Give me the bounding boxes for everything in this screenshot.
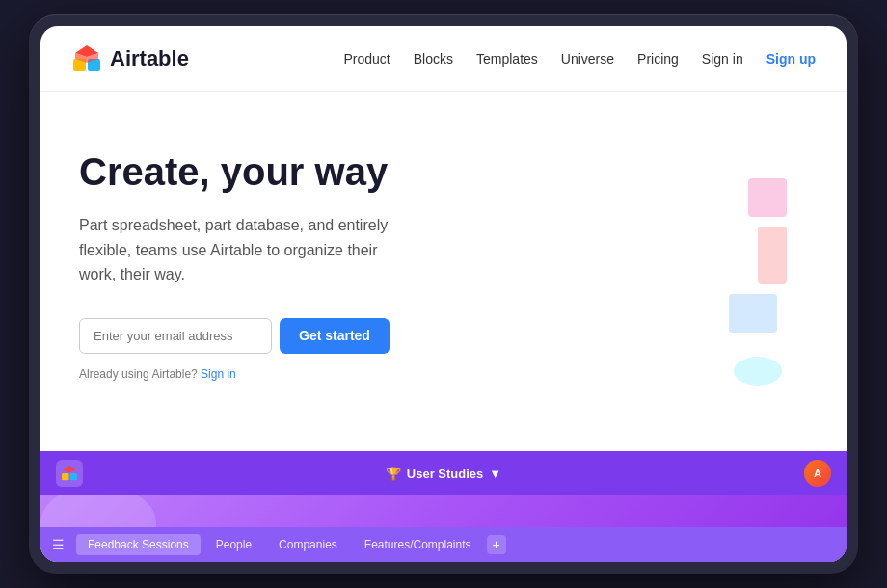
svg-rect-5 xyxy=(748,178,787,217)
signin-link[interactable]: Sign in xyxy=(201,367,236,381)
bottom-section: 🏆 User Studies ▼ A ☰ Feedback Sessions P… xyxy=(40,451,847,562)
svg-rect-7 xyxy=(729,294,777,333)
nav-pricing[interactable]: Pricing xyxy=(637,51,679,67)
hero-text: Create, your way Part spreadsheet, part … xyxy=(79,130,465,432)
nav-product[interactable]: Product xyxy=(344,51,390,67)
hero-illustration xyxy=(465,130,816,432)
nav-blocks[interactable]: Blocks xyxy=(414,51,453,67)
svg-rect-6 xyxy=(758,227,787,284)
tab-features[interactable]: Features/Complaints xyxy=(353,534,483,555)
nav-signup[interactable]: Sign up xyxy=(766,51,816,67)
signin-hint: Already using Airtable? Sign in xyxy=(79,367,465,381)
tab-feedback[interactable]: Feedback Sessions xyxy=(76,534,201,555)
logo-text: Airtable xyxy=(110,46,189,71)
svg-rect-53 xyxy=(70,473,77,480)
dropdown-arrow[interactable]: ▼ xyxy=(489,467,501,481)
tablet-frame: Airtable Product Blocks Templates Univer… xyxy=(29,14,858,574)
studies-label: User Studies xyxy=(407,467,483,481)
nav-links: Product Blocks Templates Universe Pricin… xyxy=(344,51,816,67)
hero-svg xyxy=(459,101,825,429)
get-started-button[interactable]: Get started xyxy=(280,318,390,354)
airtable-logo-icon xyxy=(71,43,102,74)
studies-emoji: 🏆 xyxy=(386,467,401,481)
navigation: Airtable Product Blocks Templates Univer… xyxy=(40,26,847,92)
nav-templates[interactable]: Templates xyxy=(476,51,538,67)
tab-companies[interactable]: Companies xyxy=(267,534,349,555)
nav-signin[interactable]: Sign in xyxy=(702,51,743,67)
tablet-screen: Airtable Product Blocks Templates Univer… xyxy=(40,26,847,562)
svg-rect-52 xyxy=(62,473,68,480)
logo-area[interactable]: Airtable xyxy=(71,43,189,74)
user-avatar: A xyxy=(804,460,831,487)
airtable-toolbar: 🏆 User Studies ▼ A xyxy=(40,451,847,495)
add-tab-button[interactable]: + xyxy=(487,535,506,554)
bar-logo-icon xyxy=(56,460,83,487)
hero-title: Create, your way xyxy=(79,149,465,194)
hero-subtitle: Part spreadsheet, part database, and ent… xyxy=(79,213,407,287)
svg-marker-54 xyxy=(63,466,76,472)
hamburger-icon[interactable]: ☰ xyxy=(52,537,65,552)
tabs-bar: ☰ Feedback Sessions People Companies Fea… xyxy=(40,527,847,562)
cta-form: Get started xyxy=(79,318,465,354)
bar-center: 🏆 User Studies ▼ xyxy=(94,467,793,481)
tab-people[interactable]: People xyxy=(204,534,263,555)
svg-point-8 xyxy=(734,357,782,386)
main-content: Create, your way Part spreadsheet, part … xyxy=(40,92,847,451)
email-input[interactable] xyxy=(79,318,272,354)
nav-universe[interactable]: Universe xyxy=(561,51,614,67)
